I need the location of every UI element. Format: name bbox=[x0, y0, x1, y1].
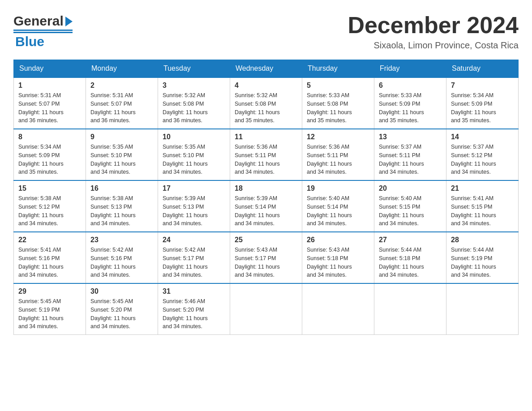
calendar-cell: 3 Sunrise: 5:32 AM Sunset: 5:08 PM Dayli… bbox=[158, 77, 230, 129]
logo: General Blue bbox=[13, 13, 73, 49]
day-info: Sunrise: 5:39 AM Sunset: 5:14 PM Dayligh… bbox=[235, 194, 297, 228]
day-number: 10 bbox=[163, 133, 225, 141]
calendar-cell: 25 Sunrise: 5:43 AM Sunset: 5:17 PM Dayl… bbox=[230, 232, 302, 283]
day-info: Sunrise: 5:41 AM Sunset: 5:15 PM Dayligh… bbox=[451, 194, 514, 228]
day-number: 11 bbox=[235, 133, 297, 141]
calendar-cell bbox=[374, 283, 446, 335]
calendar-cell: 16 Sunrise: 5:38 AM Sunset: 5:13 PM Dayl… bbox=[86, 180, 158, 232]
logo-general-text: General bbox=[13, 13, 64, 29]
day-info: Sunrise: 5:45 AM Sunset: 5:19 PM Dayligh… bbox=[18, 297, 81, 331]
day-number: 1 bbox=[18, 81, 81, 90]
col-friday: Friday bbox=[374, 60, 446, 78]
day-info: Sunrise: 5:31 AM Sunset: 5:07 PM Dayligh… bbox=[90, 91, 153, 125]
day-number: 9 bbox=[90, 133, 153, 141]
calendar-header-row: Sunday Monday Tuesday Wednesday Thursday… bbox=[14, 60, 519, 78]
logo-blue-text: Blue bbox=[13, 32, 73, 49]
day-number: 8 bbox=[18, 133, 81, 141]
calendar-cell: 28 Sunrise: 5:44 AM Sunset: 5:19 PM Dayl… bbox=[446, 232, 519, 283]
day-number: 29 bbox=[18, 287, 81, 295]
calendar-cell: 14 Sunrise: 5:37 AM Sunset: 5:12 PM Dayl… bbox=[446, 129, 519, 180]
day-number: 24 bbox=[163, 236, 225, 244]
col-monday: Monday bbox=[86, 60, 158, 78]
calendar-cell: 9 Sunrise: 5:35 AM Sunset: 5:10 PM Dayli… bbox=[86, 129, 158, 180]
calendar-week-4: 22 Sunrise: 5:41 AM Sunset: 5:16 PM Dayl… bbox=[14, 232, 519, 283]
logo-general-row: General bbox=[13, 13, 73, 29]
logo-arrow-icon bbox=[65, 17, 73, 26]
calendar-cell: 8 Sunrise: 5:34 AM Sunset: 5:09 PM Dayli… bbox=[14, 129, 86, 180]
day-info: Sunrise: 5:44 AM Sunset: 5:18 PM Dayligh… bbox=[379, 246, 442, 279]
calendar-cell: 22 Sunrise: 5:41 AM Sunset: 5:16 PM Dayl… bbox=[14, 232, 86, 283]
day-number: 30 bbox=[90, 287, 153, 295]
calendar-cell: 17 Sunrise: 5:39 AM Sunset: 5:13 PM Dayl… bbox=[158, 180, 230, 232]
calendar-cell: 4 Sunrise: 5:32 AM Sunset: 5:08 PM Dayli… bbox=[230, 77, 302, 129]
calendar-cell: 23 Sunrise: 5:42 AM Sunset: 5:16 PM Dayl… bbox=[86, 232, 158, 283]
day-info: Sunrise: 5:32 AM Sunset: 5:08 PM Dayligh… bbox=[163, 91, 225, 125]
day-number: 20 bbox=[379, 184, 442, 193]
day-info: Sunrise: 5:36 AM Sunset: 5:11 PM Dayligh… bbox=[307, 143, 369, 176]
calendar-cell: 27 Sunrise: 5:44 AM Sunset: 5:18 PM Dayl… bbox=[374, 232, 446, 283]
calendar-cell: 31 Sunrise: 5:46 AM Sunset: 5:20 PM Dayl… bbox=[158, 283, 230, 335]
day-info: Sunrise: 5:40 AM Sunset: 5:14 PM Dayligh… bbox=[307, 194, 369, 228]
day-info: Sunrise: 5:35 AM Sunset: 5:10 PM Dayligh… bbox=[90, 143, 153, 176]
day-info: Sunrise: 5:45 AM Sunset: 5:20 PM Dayligh… bbox=[90, 297, 153, 331]
location: Sixaola, Limon Province, Costa Rica bbox=[348, 40, 519, 51]
day-number: 3 bbox=[163, 81, 225, 90]
calendar-cell: 11 Sunrise: 5:36 AM Sunset: 5:11 PM Dayl… bbox=[230, 129, 302, 180]
day-number: 25 bbox=[235, 236, 297, 244]
day-number: 12 bbox=[307, 133, 369, 141]
calendar-cell: 13 Sunrise: 5:37 AM Sunset: 5:11 PM Dayl… bbox=[374, 129, 446, 180]
day-number: 2 bbox=[90, 81, 153, 90]
month-title: December 2024 bbox=[348, 13, 519, 37]
page-header: General Blue December 2024 Sixaola, Limo… bbox=[13, 13, 519, 51]
day-number: 22 bbox=[18, 236, 81, 244]
calendar-cell: 29 Sunrise: 5:45 AM Sunset: 5:19 PM Dayl… bbox=[14, 283, 86, 335]
calendar-cell bbox=[446, 283, 519, 335]
calendar-week-5: 29 Sunrise: 5:45 AM Sunset: 5:19 PM Dayl… bbox=[14, 283, 519, 335]
day-info: Sunrise: 5:31 AM Sunset: 5:07 PM Dayligh… bbox=[18, 91, 81, 125]
day-number: 6 bbox=[379, 81, 442, 90]
day-number: 18 bbox=[235, 184, 297, 193]
day-info: Sunrise: 5:33 AM Sunset: 5:08 PM Dayligh… bbox=[307, 91, 369, 125]
day-number: 19 bbox=[307, 184, 369, 193]
day-info: Sunrise: 5:36 AM Sunset: 5:11 PM Dayligh… bbox=[235, 143, 297, 176]
day-info: Sunrise: 5:46 AM Sunset: 5:20 PM Dayligh… bbox=[163, 297, 225, 331]
calendar-cell: 15 Sunrise: 5:38 AM Sunset: 5:12 PM Dayl… bbox=[14, 180, 86, 232]
calendar-table: Sunday Monday Tuesday Wednesday Thursday… bbox=[13, 60, 519, 335]
day-number: 7 bbox=[451, 81, 514, 90]
calendar-cell: 24 Sunrise: 5:42 AM Sunset: 5:17 PM Dayl… bbox=[158, 232, 230, 283]
day-info: Sunrise: 5:34 AM Sunset: 5:09 PM Dayligh… bbox=[18, 143, 81, 176]
calendar-cell: 20 Sunrise: 5:40 AM Sunset: 5:15 PM Dayl… bbox=[374, 180, 446, 232]
day-number: 27 bbox=[379, 236, 442, 244]
day-info: Sunrise: 5:39 AM Sunset: 5:13 PM Dayligh… bbox=[163, 194, 225, 228]
day-info: Sunrise: 5:40 AM Sunset: 5:15 PM Dayligh… bbox=[379, 194, 442, 228]
day-number: 28 bbox=[451, 236, 514, 244]
day-info: Sunrise: 5:38 AM Sunset: 5:12 PM Dayligh… bbox=[18, 194, 81, 228]
day-info: Sunrise: 5:34 AM Sunset: 5:09 PM Dayligh… bbox=[451, 91, 514, 125]
col-wednesday: Wednesday bbox=[230, 60, 302, 78]
col-sunday: Sunday bbox=[14, 60, 86, 78]
day-number: 17 bbox=[163, 184, 225, 193]
calendar-cell: 30 Sunrise: 5:45 AM Sunset: 5:20 PM Dayl… bbox=[86, 283, 158, 335]
col-tuesday: Tuesday bbox=[158, 60, 230, 78]
day-info: Sunrise: 5:43 AM Sunset: 5:17 PM Dayligh… bbox=[235, 246, 297, 279]
day-info: Sunrise: 5:37 AM Sunset: 5:12 PM Dayligh… bbox=[451, 143, 514, 176]
calendar-cell: 21 Sunrise: 5:41 AM Sunset: 5:15 PM Dayl… bbox=[446, 180, 519, 232]
day-number: 16 bbox=[90, 184, 153, 193]
calendar-cell: 26 Sunrise: 5:43 AM Sunset: 5:18 PM Dayl… bbox=[302, 232, 374, 283]
calendar-cell: 2 Sunrise: 5:31 AM Sunset: 5:07 PM Dayli… bbox=[86, 77, 158, 129]
calendar-cell: 10 Sunrise: 5:35 AM Sunset: 5:10 PM Dayl… bbox=[158, 129, 230, 180]
day-number: 31 bbox=[163, 287, 225, 295]
calendar-cell: 6 Sunrise: 5:33 AM Sunset: 5:09 PM Dayli… bbox=[374, 77, 446, 129]
calendar-cell: 7 Sunrise: 5:34 AM Sunset: 5:09 PM Dayli… bbox=[446, 77, 519, 129]
col-thursday: Thursday bbox=[302, 60, 374, 78]
calendar-week-2: 8 Sunrise: 5:34 AM Sunset: 5:09 PM Dayli… bbox=[14, 129, 519, 180]
day-info: Sunrise: 5:33 AM Sunset: 5:09 PM Dayligh… bbox=[379, 91, 442, 125]
day-number: 23 bbox=[90, 236, 153, 244]
title-section: December 2024 Sixaola, Limon Province, C… bbox=[348, 13, 519, 51]
day-number: 13 bbox=[379, 133, 442, 141]
calendar-cell: 1 Sunrise: 5:31 AM Sunset: 5:07 PM Dayli… bbox=[14, 77, 86, 129]
day-number: 14 bbox=[451, 133, 514, 141]
day-info: Sunrise: 5:32 AM Sunset: 5:08 PM Dayligh… bbox=[235, 91, 297, 125]
calendar-cell: 19 Sunrise: 5:40 AM Sunset: 5:14 PM Dayl… bbox=[302, 180, 374, 232]
calendar-cell: 18 Sunrise: 5:39 AM Sunset: 5:14 PM Dayl… bbox=[230, 180, 302, 232]
